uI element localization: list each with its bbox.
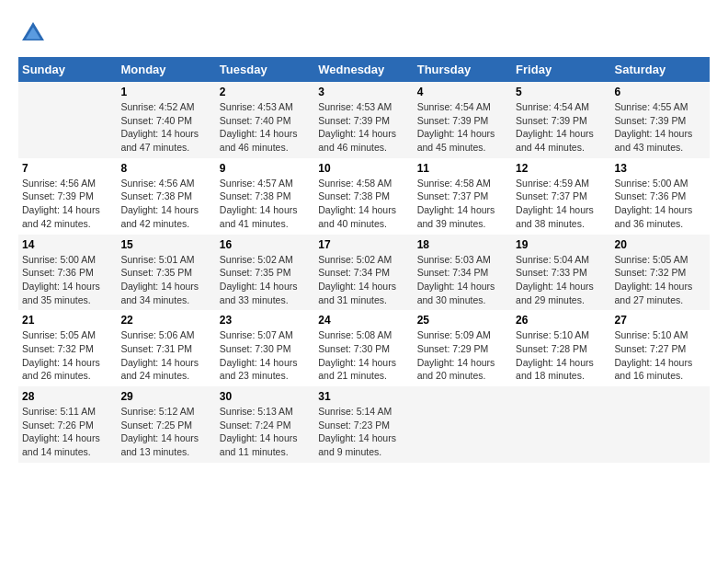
day-info: Sunrise: 5:03 AM Sunset: 7:34 PM Dayligh… [417,253,508,307]
day-number: 6 [615,86,706,98]
day-number: 27 [615,314,706,327]
weekday-header-wednesday: Wednesday [314,57,413,82]
week-row-2: 7 Sunrise: 4:56 AM Sunset: 7:39 PM Dayli… [18,158,710,235]
day-number: 30 [220,390,311,403]
day-info: Sunrise: 5:02 AM Sunset: 7:35 PM Dayligh… [220,253,311,307]
calendar-cell: 26 Sunrise: 5:10 AM Sunset: 7:28 PM Dayl… [512,310,610,386]
page-header [18,18,710,48]
day-info: Sunrise: 4:59 AM Sunset: 7:37 PM Dayligh… [516,177,607,231]
calendar-cell: 8 Sunrise: 4:56 AM Sunset: 7:38 PM Dayli… [117,158,215,235]
calendar-table: SundayMondayTuesdayWednesdayThursdayFrid… [18,57,710,463]
calendar-cell: 23 Sunrise: 5:07 AM Sunset: 7:30 PM Dayl… [216,310,314,386]
day-number: 13 [615,162,706,175]
day-number: 26 [516,314,607,327]
calendar-cell: 4 Sunrise: 4:54 AM Sunset: 7:39 PM Dayli… [414,82,512,158]
calendar-cell: 2 Sunrise: 4:53 AM Sunset: 7:40 PM Dayli… [216,82,314,158]
day-number: 20 [615,238,706,251]
calendar-cell: 31 Sunrise: 5:14 AM Sunset: 7:23 PM Dayl… [314,386,413,463]
day-number: 19 [516,238,607,251]
logo [18,18,53,48]
weekday-header-friday: Friday [512,57,610,82]
week-row-3: 14 Sunrise: 5:00 AM Sunset: 7:36 PM Dayl… [18,235,710,311]
calendar-cell: 1 Sunrise: 4:52 AM Sunset: 7:40 PM Dayli… [117,82,215,158]
day-info: Sunrise: 4:56 AM Sunset: 7:39 PM Dayligh… [22,177,113,231]
day-info: Sunrise: 4:58 AM Sunset: 7:37 PM Dayligh… [417,177,508,231]
weekday-header-saturday: Saturday [611,57,710,82]
day-info: Sunrise: 4:56 AM Sunset: 7:38 PM Dayligh… [120,177,211,231]
calendar-cell: 7 Sunrise: 4:56 AM Sunset: 7:39 PM Dayli… [18,158,117,235]
day-number: 24 [318,314,409,327]
day-info: Sunrise: 4:58 AM Sunset: 7:38 PM Dayligh… [318,177,409,231]
calendar-cell: 20 Sunrise: 5:05 AM Sunset: 7:32 PM Dayl… [611,235,710,311]
weekday-header-sunday: Sunday [18,57,117,82]
day-info: Sunrise: 5:08 AM Sunset: 7:30 PM Dayligh… [318,328,409,383]
day-info: Sunrise: 4:54 AM Sunset: 7:39 PM Dayligh… [417,100,508,155]
calendar-cell: 24 Sunrise: 5:08 AM Sunset: 7:30 PM Dayl… [314,310,413,386]
day-info: Sunrise: 4:53 AM Sunset: 7:40 PM Dayligh… [220,100,311,155]
day-number: 3 [318,86,409,98]
calendar-cell: 13 Sunrise: 5:00 AM Sunset: 7:36 PM Dayl… [611,158,710,235]
week-row-1: 1 Sunrise: 4:52 AM Sunset: 7:40 PM Dayli… [18,82,710,158]
day-number: 14 [22,238,113,251]
day-info: Sunrise: 5:10 AM Sunset: 7:28 PM Dayligh… [516,328,607,383]
calendar-cell [414,386,512,463]
day-info: Sunrise: 5:05 AM Sunset: 7:32 PM Dayligh… [615,253,706,307]
day-number: 9 [220,162,311,175]
week-row-4: 21 Sunrise: 5:05 AM Sunset: 7:32 PM Dayl… [18,310,710,386]
day-info: Sunrise: 5:04 AM Sunset: 7:33 PM Dayligh… [516,253,607,307]
day-info: Sunrise: 5:05 AM Sunset: 7:32 PM Dayligh… [22,328,113,383]
calendar-cell: 11 Sunrise: 4:58 AM Sunset: 7:37 PM Dayl… [414,158,512,235]
day-info: Sunrise: 5:10 AM Sunset: 7:27 PM Dayligh… [615,328,706,383]
calendar-cell: 21 Sunrise: 5:05 AM Sunset: 7:32 PM Dayl… [18,310,117,386]
day-info: Sunrise: 5:13 AM Sunset: 7:24 PM Dayligh… [220,405,311,459]
day-number: 23 [220,314,311,327]
calendar-cell: 29 Sunrise: 5:12 AM Sunset: 7:25 PM Dayl… [117,386,215,463]
day-info: Sunrise: 5:12 AM Sunset: 7:25 PM Dayligh… [120,405,211,459]
calendar-cell: 12 Sunrise: 4:59 AM Sunset: 7:37 PM Dayl… [512,158,610,235]
calendar-cell [512,386,610,463]
day-number: 25 [417,314,508,327]
day-number: 1 [120,86,211,98]
day-number: 15 [120,238,211,251]
calendar-cell: 25 Sunrise: 5:09 AM Sunset: 7:29 PM Dayl… [414,310,512,386]
logo-icon [18,18,48,48]
day-info: Sunrise: 5:00 AM Sunset: 7:36 PM Dayligh… [22,253,113,307]
day-number: 22 [120,314,211,327]
day-info: Sunrise: 5:01 AM Sunset: 7:35 PM Dayligh… [120,253,211,307]
calendar-cell: 3 Sunrise: 4:53 AM Sunset: 7:39 PM Dayli… [314,82,413,158]
weekday-header-monday: Monday [117,57,215,82]
day-info: Sunrise: 4:57 AM Sunset: 7:38 PM Dayligh… [220,177,311,231]
day-info: Sunrise: 5:11 AM Sunset: 7:26 PM Dayligh… [22,405,113,459]
day-info: Sunrise: 4:55 AM Sunset: 7:39 PM Dayligh… [615,100,706,155]
day-info: Sunrise: 5:02 AM Sunset: 7:34 PM Dayligh… [318,253,409,307]
day-number: 10 [318,162,409,175]
weekday-header-thursday: Thursday [414,57,512,82]
day-info: Sunrise: 4:52 AM Sunset: 7:40 PM Dayligh… [120,100,211,155]
day-info: Sunrise: 5:09 AM Sunset: 7:29 PM Dayligh… [417,328,508,383]
calendar-cell: 28 Sunrise: 5:11 AM Sunset: 7:26 PM Dayl… [18,386,117,463]
calendar-cell: 27 Sunrise: 5:10 AM Sunset: 7:27 PM Dayl… [611,310,710,386]
calendar-cell: 16 Sunrise: 5:02 AM Sunset: 7:35 PM Dayl… [216,235,314,311]
day-info: Sunrise: 5:00 AM Sunset: 7:36 PM Dayligh… [615,177,706,231]
calendar-cell: 5 Sunrise: 4:54 AM Sunset: 7:39 PM Dayli… [512,82,610,158]
day-number: 29 [120,390,211,403]
calendar-cell: 14 Sunrise: 5:00 AM Sunset: 7:36 PM Dayl… [18,235,117,311]
calendar-cell: 30 Sunrise: 5:13 AM Sunset: 7:24 PM Dayl… [216,386,314,463]
calendar-cell: 19 Sunrise: 5:04 AM Sunset: 7:33 PM Dayl… [512,235,610,311]
day-number: 31 [318,390,409,403]
day-number: 21 [22,314,113,327]
day-info: Sunrise: 5:06 AM Sunset: 7:31 PM Dayligh… [120,328,211,383]
calendar-cell [18,82,117,158]
day-info: Sunrise: 5:07 AM Sunset: 7:30 PM Dayligh… [220,328,311,383]
weekday-header-tuesday: Tuesday [216,57,314,82]
day-number: 7 [22,162,113,175]
day-number: 4 [417,86,508,98]
day-number: 12 [516,162,607,175]
day-info: Sunrise: 5:14 AM Sunset: 7:23 PM Dayligh… [318,405,409,459]
weekday-header-row: SundayMondayTuesdayWednesdayThursdayFrid… [18,57,710,82]
calendar-cell: 6 Sunrise: 4:55 AM Sunset: 7:39 PM Dayli… [611,82,710,158]
day-number: 2 [220,86,311,98]
day-number: 5 [516,86,607,98]
day-number: 18 [417,238,508,251]
day-number: 28 [22,390,113,403]
